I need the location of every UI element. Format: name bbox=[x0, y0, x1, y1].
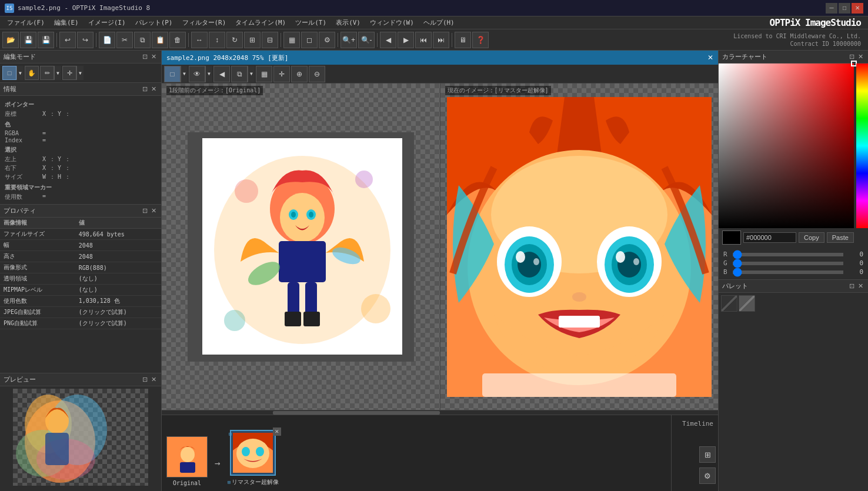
palette-swatch-1[interactable] bbox=[739, 295, 755, 312]
color-hue-bar[interactable] bbox=[856, 64, 868, 228]
img-tool-view[interactable]: 👁 bbox=[189, 66, 205, 82]
toolbar-flip-v[interactable]: ↕ bbox=[209, 32, 225, 48]
menu-help[interactable]: ヘルプ(H) bbox=[419, 17, 459, 28]
tool-select[interactable]: □ bbox=[2, 66, 16, 80]
prop-value-cell: RGB(888) bbox=[75, 262, 161, 273]
toolbar-timeline-next[interactable]: ▶ bbox=[398, 32, 414, 48]
img-tool-zoom-out[interactable]: ⊖ bbox=[309, 66, 325, 82]
toolbar-timeline-prev[interactable]: ◀ bbox=[380, 32, 396, 48]
prop-value-cell[interactable]: (クリックで試算) bbox=[75, 318, 161, 329]
toolbar-open[interactable]: 📂 bbox=[2, 32, 19, 48]
edit-mode-close[interactable]: ✕ bbox=[150, 53, 158, 61]
menu-image[interactable]: イメージ(I) bbox=[84, 17, 131, 28]
maximize-button[interactable]: □ bbox=[839, 3, 850, 14]
timeline-item-remastered-close[interactable]: ✕ bbox=[273, 427, 281, 436]
img-tool-compare[interactable]: ⧉ bbox=[231, 66, 248, 82]
img-tool-select[interactable]: □ bbox=[164, 66, 181, 82]
image-scrollbar-h[interactable] bbox=[162, 410, 718, 415]
properties-close[interactable]: ✕ bbox=[150, 207, 158, 215]
edit-mode-float[interactable]: ⊡ bbox=[141, 53, 149, 61]
img-tool-select-arrow[interactable]: ▼ bbox=[181, 66, 188, 82]
prop-value-cell: 1,030,128 色 bbox=[75, 296, 161, 307]
table-row[interactable]: PNG自動試算(クリックで試算) bbox=[0, 318, 161, 329]
menu-window[interactable]: ウィンドウ(W) bbox=[365, 17, 419, 28]
menu-filter[interactable]: フィルター(R) bbox=[178, 17, 231, 28]
menu-tools[interactable]: ツール(T) bbox=[291, 17, 331, 28]
toolbar-cut[interactable]: ✂ bbox=[116, 32, 133, 48]
toolbar-copy[interactable]: ⧉ bbox=[134, 32, 151, 48]
r-slider[interactable] bbox=[733, 253, 843, 256]
toolbar-crop[interactable]: ⊞ bbox=[244, 32, 261, 48]
timeline-add-button[interactable]: ⊞ bbox=[699, 446, 716, 463]
g-slider[interactable] bbox=[733, 262, 843, 265]
tool-draw-arrow[interactable]: ▼ bbox=[54, 66, 61, 80]
image-toolbar: □ ▼ 👁 ▼ ◀ ⧉ ▼ ▦ ✛ ⊕ ⊖ bbox=[162, 65, 718, 83]
color-hex-input[interactable] bbox=[743, 232, 796, 243]
prop-value-cell[interactable]: (クリックで試算) bbox=[75, 307, 161, 318]
prop-name-cell: 高さ bbox=[0, 251, 75, 262]
menu-edit[interactable]: 編集(E) bbox=[49, 17, 84, 28]
info-float[interactable]: ⊡ bbox=[141, 85, 149, 93]
toolbar-flip-h[interactable]: ↔ bbox=[191, 32, 208, 48]
tool-move[interactable]: ✛ bbox=[62, 66, 76, 80]
img-tool-back[interactable]: ◀ bbox=[213, 66, 230, 82]
toolbar-paste[interactable]: 📋 bbox=[152, 32, 168, 48]
preview-close[interactable]: ✕ bbox=[150, 376, 158, 383]
img-tool-zoom-in[interactable]: ⊕ bbox=[291, 66, 308, 82]
image-panel-left: 1段階前のイメージ：[Original] bbox=[162, 83, 440, 410]
palette-float[interactable]: ⊡ bbox=[848, 282, 856, 290]
toolbar-rotate[interactable]: ↻ bbox=[226, 32, 243, 48]
toolbar-save-as[interactable]: 💾 bbox=[38, 32, 54, 48]
b-slider[interactable] bbox=[733, 270, 843, 274]
properties-float[interactable]: ⊡ bbox=[141, 207, 149, 215]
menu-view[interactable]: 表示(V) bbox=[331, 17, 365, 28]
toolbar-monitor[interactable]: 🖥 bbox=[455, 32, 471, 48]
timeline-item-remastered[interactable]: ✕ ⊞ ⊞ リマスター超解像 bbox=[228, 430, 279, 486]
img-tool-view-arrow[interactable]: ▼ bbox=[205, 66, 212, 82]
timeline-settings-button[interactable]: ⚙ bbox=[699, 467, 716, 484]
color-chart-close[interactable]: ✕ bbox=[857, 53, 864, 61]
toolbar-timeline-first[interactable]: ⏮ bbox=[415, 32, 432, 48]
color-saturation-gradient[interactable] bbox=[719, 64, 854, 228]
minimize-button[interactable]: ─ bbox=[826, 3, 837, 14]
tool-move-arrow[interactable]: ▼ bbox=[76, 66, 84, 80]
close-button[interactable]: ✕ bbox=[852, 3, 863, 14]
copy-color-button[interactable]: Copy bbox=[799, 232, 824, 243]
preview-float[interactable]: ⊡ bbox=[141, 376, 149, 383]
tool-select-arrow[interactable]: ▼ bbox=[16, 66, 24, 80]
toolbar-save[interactable]: 💾 bbox=[20, 32, 36, 48]
img-tool-cross[interactable]: ✛ bbox=[273, 66, 290, 82]
properties-panel: プロパティ ⊡ ✕ 画像情報 値 ファイルサイズ498,664 bytes幅20… bbox=[0, 205, 161, 373]
color-brightness-gradient bbox=[719, 64, 854, 228]
toolbar-timeline-last[interactable]: ⏭ bbox=[433, 32, 449, 48]
image-window-close[interactable]: ✕ bbox=[707, 54, 713, 62]
toolbar-resize[interactable]: ⊟ bbox=[262, 32, 278, 48]
color-picker-area[interactable] bbox=[719, 64, 868, 228]
paste-color-button[interactable]: Paste bbox=[827, 232, 854, 243]
info-close[interactable]: ✕ bbox=[150, 85, 158, 93]
menu-palette[interactable]: パレット(P) bbox=[131, 17, 178, 28]
tool-hand[interactable]: ✋ bbox=[25, 66, 39, 80]
color-chart-float[interactable]: ⊡ bbox=[848, 53, 856, 61]
img-tool-compare-arrow[interactable]: ▼ bbox=[248, 66, 255, 82]
img-tool-grid[interactable]: ▦ bbox=[256, 66, 272, 82]
toolbar-zoom-out[interactable]: 🔍- bbox=[358, 32, 375, 48]
palette-close[interactable]: ✕ bbox=[857, 282, 864, 290]
toolbar-canvas[interactable]: ◻ bbox=[301, 32, 318, 48]
menu-file[interactable]: ファイル(F) bbox=[2, 17, 49, 28]
toolbar-new[interactable]: 📄 bbox=[99, 32, 115, 48]
menu-timeline[interactable]: タイムライン(M) bbox=[231, 17, 291, 28]
toolbar-redo[interactable]: ↪ bbox=[77, 32, 94, 48]
toolbar-settings[interactable]: ⚙ bbox=[319, 32, 335, 48]
table-row[interactable]: JPEG自動試算(クリックで試算) bbox=[0, 307, 161, 318]
toolbar-delete[interactable]: 🗑 bbox=[169, 32, 186, 48]
tool-draw[interactable]: ✏ bbox=[40, 66, 54, 80]
palette-swatch-0[interactable] bbox=[721, 295, 737, 312]
toolbar-zoom-in[interactable]: 🔍+ bbox=[340, 32, 357, 48]
image-panel-right-label: 現在のイメージ：[リマスター超解像] bbox=[445, 86, 551, 95]
toolbar-grid[interactable]: ▦ bbox=[283, 32, 300, 48]
timeline-item-original[interactable]: Original bbox=[166, 436, 208, 486]
toolbar-help[interactable]: ❓ bbox=[472, 32, 489, 48]
toolbar-undo[interactable]: ↩ bbox=[59, 32, 76, 48]
toolbar-sep-3 bbox=[188, 33, 189, 47]
